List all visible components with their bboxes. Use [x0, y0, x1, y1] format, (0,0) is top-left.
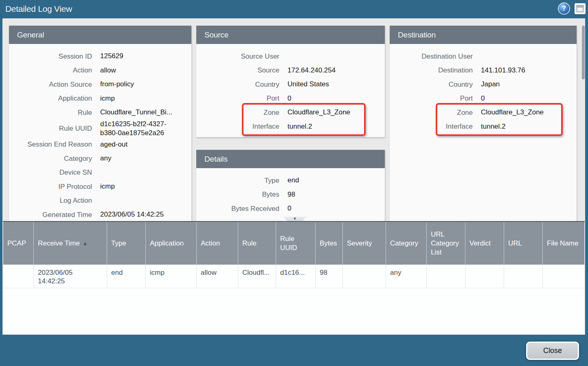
log-table-row[interactable]: 2023/06/05 14:42:25 end icmp allow Cloud… [3, 265, 584, 288]
application-row: Application icmp [9, 92, 191, 106]
session-id-row: Session ID 125629 [9, 49, 191, 64]
cell-rule-uuid: d1c16... [276, 265, 316, 288]
field-value: from-policy [100, 80, 191, 89]
source-zone-row: Zone Cloudflare_L3_Zone [196, 105, 385, 120]
field-value: icmp [100, 182, 191, 191]
field-label: Port [390, 94, 473, 103]
field-label: Interface [390, 122, 473, 131]
field-label: Category [9, 154, 92, 163]
field-label: Type [196, 176, 279, 185]
field-label: Session End Reason [9, 140, 92, 149]
field-label: Action Source [9, 80, 92, 89]
log-table-header: PCAP Receive Time ▲ Type Application Act… [3, 222, 584, 265]
cell-file-name [543, 265, 585, 288]
device-sn-row: Device SN [9, 166, 191, 180]
field-label: Zone [390, 108, 473, 117]
vertical-scrollbar-thumb[interactable] [582, 26, 585, 79]
close-button[interactable]: Close [526, 342, 579, 360]
cell-rule: Cloudfl... [238, 265, 276, 288]
action-source-row: Action Source from-policy [9, 77, 191, 92]
field-value: 0 [481, 94, 577, 103]
field-value: 172.64.240.254 [287, 66, 385, 75]
field-value: end [287, 176, 385, 185]
destination-zone-row: Zone Cloudflare_L3_Zone [390, 105, 577, 120]
field-label: Generated Time [9, 210, 92, 219]
col-header-bytes[interactable]: Bytes [316, 222, 343, 265]
general-panel-header: General [9, 26, 191, 44]
col-header-verdict[interactable]: Verdict [465, 222, 504, 265]
general-panel-body: Session ID 125629 Action allow Action So… [9, 44, 191, 221]
destination-port-row: Port 0 [390, 92, 577, 106]
field-label: Session ID [9, 52, 92, 61]
details-panel-body: Type end Bytes 98 Bytes Received 0 [196, 168, 385, 221]
log-action-row: Log Action [9, 194, 191, 208]
rule-uuid-row: Rule UUID d1c16235-b2f2-4327-b380-0ae187… [9, 120, 191, 138]
field-value: icmp [100, 94, 191, 103]
col-header-url[interactable]: URL [504, 222, 543, 265]
sort-asc-icon: ▲ [83, 239, 88, 248]
ip-protocol-row: IP Protocol icmp [9, 180, 191, 194]
source-port-row: Port 0 [196, 92, 385, 106]
field-value: tunnel.2 [481, 122, 577, 131]
col-header-severity[interactable]: Severity [343, 222, 386, 265]
col-header-action[interactable]: Action [197, 222, 238, 265]
field-value: Cloudflare_L3_Zone [287, 108, 385, 117]
col-header-file-name[interactable]: File Name [543, 222, 585, 265]
col-header-type[interactable]: Type [107, 222, 146, 265]
cell-bytes: 98 [316, 265, 343, 288]
details-panel-header: Details [196, 150, 385, 168]
field-value: aged-out [100, 140, 191, 149]
cell-receive-time: 2023/06/05 14:42:25 [34, 265, 107, 288]
destination-ip-row: Destination 141.101.93.76 [390, 64, 577, 78]
field-value: Japan [481, 80, 577, 89]
rule-row: Rule Cloudflare_Tunnel_Bi... [9, 105, 191, 120]
col-header-application[interactable]: Application [146, 222, 197, 265]
field-value: 0 [287, 204, 385, 213]
field-label: Zone [196, 108, 279, 117]
source-ip-row: Source 172.64.240.254 [196, 64, 385, 78]
field-value: d1c16235-b2f2-4327-b380-0ae1875e2a26 [100, 120, 191, 138]
cell-application: icmp [146, 265, 197, 288]
col-header-pcap[interactable]: PCAP [3, 222, 34, 265]
field-value: any [100, 154, 191, 163]
cell-action: allow [197, 265, 238, 288]
col-header-category[interactable]: Category [386, 222, 427, 265]
bytes-row: Bytes 98 [196, 188, 385, 202]
field-value: 141.101.93.76 [481, 66, 577, 75]
col-header-rule[interactable]: Rule [238, 222, 276, 265]
col-header-receive-time[interactable]: Receive Time ▲ [34, 222, 107, 265]
category-row: Category any [9, 151, 191, 166]
field-label: Rule UUID [9, 124, 92, 133]
details-panel: Details Type end Bytes 98 Bytes Received… [196, 150, 385, 221]
field-label: Action [9, 66, 92, 75]
destination-user-row: Destination User [390, 49, 577, 64]
cell-pcap [3, 265, 34, 288]
col-header-rule-uuid[interactable]: Rule UUID [276, 222, 316, 265]
source-panel: Source Source User Source 172.64.240.254… [196, 26, 385, 137]
field-value: Cloudflare_L3_Zone [481, 108, 577, 117]
field-value: 98 [287, 190, 385, 199]
field-label: Bytes [196, 190, 279, 199]
field-label: Country [390, 80, 473, 89]
help-icon[interactable]: ? [559, 3, 569, 14]
col-header-url-category-list[interactable]: URL Category List [427, 222, 465, 265]
restore-window-icon-band [577, 8, 583, 11]
source-interface-row: Interface tunnel.2 [196, 120, 385, 134]
destination-panel-header: Destination [390, 26, 577, 44]
field-value: United States [287, 80, 385, 89]
cell-verdict [465, 265, 504, 288]
source-user-row: Source User [196, 49, 385, 64]
dialog-content: General Session ID 125629 Action allow A… [2, 18, 585, 335]
restore-window-icon[interactable] [575, 3, 586, 14]
field-label: Source User [196, 52, 279, 61]
general-panel: General Session ID 125629 Action allow A… [9, 26, 191, 221]
generated-time-row: Generated Time 2023/06/05 14:42:25 [9, 208, 191, 221]
field-label: Log Action [9, 196, 92, 205]
destination-interface-row: Interface tunnel.2 [390, 120, 577, 134]
destination-country-row: Country Japan [390, 77, 577, 92]
field-value: allow [100, 66, 191, 75]
cell-url [504, 265, 543, 288]
field-label: Destination [390, 66, 473, 75]
field-label: Interface [196, 122, 279, 131]
field-value: 125629 [100, 52, 191, 61]
